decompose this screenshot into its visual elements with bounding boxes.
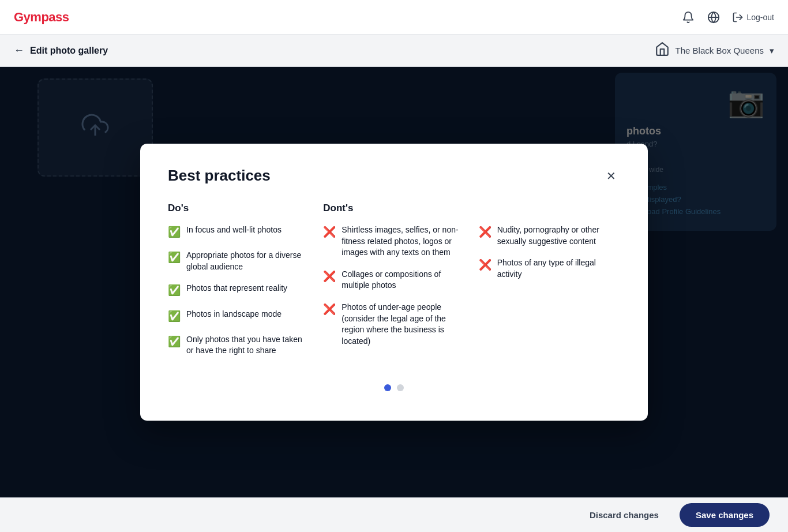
check-icon: ✅ xyxy=(168,309,181,324)
save-button[interactable]: Save changes xyxy=(680,503,770,527)
x-icon: ❌ xyxy=(479,258,491,272)
donts-item-5: Photos of any type of illegal activity xyxy=(497,257,620,280)
modal-header: Best practices ✕ xyxy=(168,167,620,185)
chevron-down-icon: ▾ xyxy=(770,46,774,56)
dos-item-1: In focus and well-lit photos xyxy=(186,224,282,236)
gym-icon xyxy=(655,42,670,60)
check-icon: ✅ xyxy=(168,283,181,298)
best-practices-modal: Best practices ✕ Do's ✅ In focus and wel… xyxy=(140,144,648,421)
x-icon: ❌ xyxy=(323,269,336,284)
check-icon: ✅ xyxy=(168,335,181,349)
modal-columns: Do's ✅ In focus and well-lit photos ✅ Ap… xyxy=(168,203,620,367)
dos-item-3: Photos that represent reality xyxy=(186,283,287,294)
donts-list-2: ❌ Nudity, pornography or other sexually … xyxy=(479,224,620,280)
modal-title: Best practices xyxy=(168,167,271,185)
gym-name: The Black Box Queens xyxy=(676,46,764,55)
dos-item-5: Only photos that you have taken or have … xyxy=(186,334,309,357)
main-content: 📷 photos d I send? ON 720 px wide ry exa… xyxy=(0,67,788,497)
donts-col2: Dont's ❌ Nudity, pornography or other se… xyxy=(479,203,620,367)
check-icon: ✅ xyxy=(168,225,181,239)
pagination-dots xyxy=(168,384,620,391)
donts-col1: Dont's ❌ Shirtless images, selfies, or n… xyxy=(323,203,464,367)
list-item: ❌ Collages or compositions of multiple p… xyxy=(323,269,464,291)
subheader: ← Edit photo gallery The Black Box Queen… xyxy=(0,35,788,67)
donts-item-4: Nudity, pornography or other sexually su… xyxy=(497,224,620,247)
notification-icon[interactable] xyxy=(681,10,695,24)
dos-column: Do's ✅ In focus and well-lit photos ✅ Ap… xyxy=(168,203,309,367)
bottom-bar: Discard changes Save changes xyxy=(0,497,788,532)
donts-list-1: ❌ Shirtless images, selfies, or non-fitn… xyxy=(323,224,464,347)
donts-item-3: Photos of under-age people (consider the… xyxy=(342,302,464,347)
logout-button[interactable]: Log-out xyxy=(732,12,774,23)
dot-2[interactable] xyxy=(397,384,404,391)
list-item: ✅ Only photos that you have taken or hav… xyxy=(168,334,309,357)
dos-list: ✅ In focus and well-lit photos ✅ Appropr… xyxy=(168,224,309,357)
list-item: ✅ Photos in landscape mode xyxy=(168,309,309,324)
dos-title: Do's xyxy=(168,203,309,214)
navbar-right: Log-out xyxy=(681,10,774,24)
check-icon: ✅ xyxy=(168,250,181,265)
discard-button[interactable]: Discard changes xyxy=(578,504,670,526)
donts-title: Dont's xyxy=(323,203,464,214)
list-item: ❌ Shirtless images, selfies, or non-fitn… xyxy=(323,224,464,258)
list-item: ✅ Photos that represent reality xyxy=(168,283,309,298)
dos-item-2: Appropriate photos for a diverse global … xyxy=(186,250,309,272)
gympass-logo: Gympass xyxy=(14,10,69,25)
list-item: ❌ Photos of under-age people (consider t… xyxy=(323,302,464,347)
dos-item-4: Photos in landscape mode xyxy=(186,309,282,320)
modal-close-button[interactable]: ✕ xyxy=(602,167,620,185)
list-item: ✅ In focus and well-lit photos xyxy=(168,224,309,239)
x-icon: ❌ xyxy=(479,225,491,239)
gym-selector[interactable]: The Black Box Queens ▾ xyxy=(655,42,774,60)
x-icon: ❌ xyxy=(323,225,336,239)
donts-item-1: Shirtless images, selfies, or non-fitnes… xyxy=(342,224,464,258)
x-icon: ❌ xyxy=(323,302,336,317)
globe-icon[interactable] xyxy=(707,10,721,24)
page-title: Edit photo gallery xyxy=(30,46,108,56)
navbar: Gympass Log-out xyxy=(0,0,788,35)
dot-1[interactable] xyxy=(384,384,391,391)
back-button[interactable]: ← xyxy=(14,44,24,57)
list-item: ❌ Photos of any type of illegal activity xyxy=(479,257,620,280)
donts-item-2: Collages or compositions of multiple pho… xyxy=(342,269,464,291)
list-item: ✅ Appropriate photos for a diverse globa… xyxy=(168,250,309,272)
subheader-left: ← Edit photo gallery xyxy=(14,44,108,57)
list-item: ❌ Nudity, pornography or other sexually … xyxy=(479,224,620,247)
logout-label: Log-out xyxy=(747,13,774,22)
